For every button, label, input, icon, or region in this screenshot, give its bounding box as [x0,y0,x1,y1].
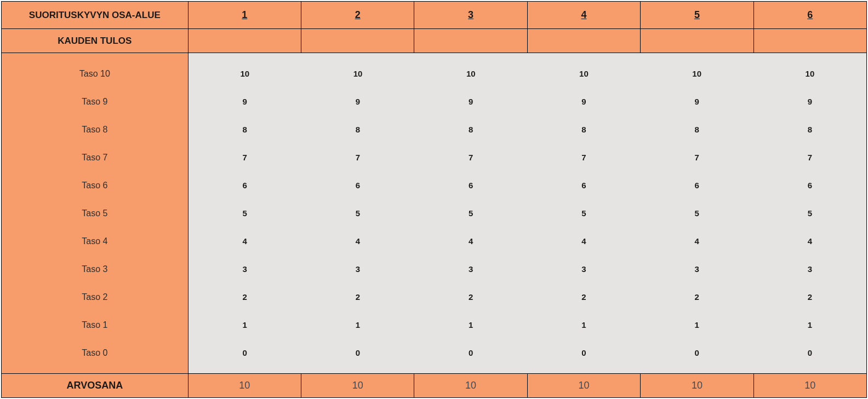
level-value: 0 [189,349,301,357]
level-value: 5 [301,209,414,217]
season-cell-4 [527,29,640,53]
level-value: 5 [641,209,753,217]
season-cell-3 [414,29,527,53]
level-value: 4 [189,237,301,245]
grade-cell-2: 10 [301,374,414,398]
level-value: 4 [301,237,414,245]
level-value: 2 [527,293,640,301]
level-value: 5 [189,209,301,217]
col-header-4[interactable]: 4 [527,2,640,29]
grade-cell-6: 10 [753,374,866,398]
level-value: 1 [414,321,527,329]
level-value: 6 [189,181,301,189]
level-value: 2 [414,293,527,301]
levels-row: Taso 10 Taso 9 Taso 8 Taso 7 Taso 6 Taso… [2,53,867,374]
season-result-header: KAUDEN TULOS [2,29,189,53]
level-value: 3 [414,265,527,273]
level-value: 8 [641,125,753,134]
level-value: 1 [301,321,414,329]
level-value: 5 [527,209,640,217]
level-value: 1 [641,321,753,329]
level-value: 8 [189,125,301,134]
col-header-6[interactable]: 6 [753,2,866,29]
level-value: 5 [414,209,527,217]
level-value: 0 [641,349,753,357]
level-value: 0 [527,349,640,357]
grade-cell-4: 10 [527,374,640,398]
level-value: 4 [414,237,527,245]
level-value: 5 [753,209,866,217]
level-value: 4 [527,237,640,245]
level-value: 9 [641,97,753,106]
season-cell-6 [753,29,866,53]
level-value: 7 [414,153,527,161]
level-value: 6 [527,181,640,189]
level-value: 8 [753,125,866,134]
grade-header: ARVOSANA [2,374,189,398]
grade-cell-5: 10 [641,374,753,398]
level-value: 7 [753,153,866,161]
level-value: 2 [301,293,414,301]
header-row-season: KAUDEN TULOS [2,29,867,53]
level-value: 4 [641,237,753,245]
level-value: 7 [641,153,753,161]
level-label: Taso 9 [2,97,188,106]
level-value: 9 [301,97,414,106]
level-value: 10 [527,70,640,78]
level-label: Taso 4 [2,237,188,246]
level-value: 2 [641,293,753,301]
level-value: 7 [527,153,640,161]
level-value: 9 [189,97,301,106]
level-value: 3 [753,265,866,273]
level-value: 9 [753,97,866,106]
level-value: 10 [641,70,753,78]
level-value: 3 [189,265,301,273]
level-label: Taso 2 [2,293,188,302]
level-value: 1 [189,321,301,329]
level-value: 2 [189,293,301,301]
level-label: Taso 7 [2,153,188,162]
level-label: Taso 8 [2,125,188,134]
level-value: 2 [753,293,866,301]
season-cell-2 [301,29,414,53]
level-value: 3 [527,265,640,273]
level-value: 3 [301,265,414,273]
level-label: Taso 0 [2,349,188,357]
season-cell-5 [641,29,753,53]
level-value: 0 [301,349,414,357]
level-value: 6 [414,181,527,189]
col-header-1[interactable]: 1 [188,2,301,29]
grade-cell-1: 10 [188,374,301,398]
col-header-3[interactable]: 3 [414,2,527,29]
level-value: 10 [301,70,414,78]
level-value: 9 [527,97,640,106]
level-value: 8 [527,125,640,134]
header-row-area: SUORITUSKYVYN OSA-ALUE 1 2 3 4 5 6 [2,2,867,29]
level-value: 10 [753,70,866,78]
col-header-5[interactable]: 5 [641,2,753,29]
grade-row: ARVOSANA 10 10 10 10 10 10 [2,374,867,398]
level-label: Taso 10 [2,70,188,78]
level-value: 1 [753,321,866,329]
grade-cell-3: 10 [414,374,527,398]
season-cell-1 [188,29,301,53]
levels-labels-column: Taso 10 Taso 9 Taso 8 Taso 7 Taso 6 Taso… [2,53,189,374]
levels-col-1: 10 9 8 7 6 5 4 3 2 1 0 10 9 8 7 [188,53,866,374]
level-value: 0 [414,349,527,357]
level-label: Taso 1 [2,321,188,329]
level-value: 0 [753,349,866,357]
level-value: 6 [641,181,753,189]
area-header: SUORITUSKYVYN OSA-ALUE [2,2,189,29]
level-value: 7 [189,153,301,161]
level-label: Taso 6 [2,181,188,190]
level-value: 9 [414,97,527,106]
level-value: 3 [641,265,753,273]
level-value: 10 [189,70,301,78]
level-value: 8 [301,125,414,134]
level-value: 6 [753,181,866,189]
level-value: 1 [527,321,640,329]
col-header-2[interactable]: 2 [301,2,414,29]
level-value: 4 [753,237,866,245]
level-value: 6 [301,181,414,189]
level-value: 10 [414,70,527,78]
